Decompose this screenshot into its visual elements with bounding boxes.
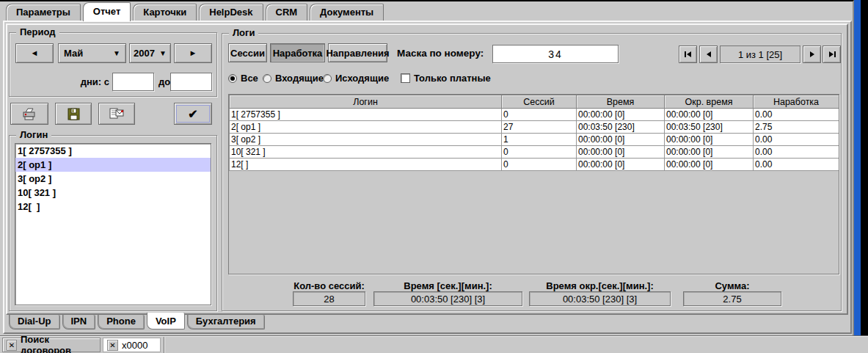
table-row[interactable]: 1[ 2757355 ]000:00:00 [0]00:00:00 [0]0.0… [230, 109, 839, 121]
table-cell: 0.00 [754, 159, 839, 171]
table-cell: 0 [502, 146, 577, 159]
taskbar-item-search-contracts[interactable]: ✕ Поиск договоров [2, 338, 101, 352]
sessions-count-value: 28 [293, 291, 365, 306]
year-select[interactable]: 2007 ▼ [129, 43, 171, 63]
radio-icon [228, 74, 237, 83]
table-row[interactable]: 10[ 321 ]000:00:00 [0]00:00:00 [0]0.00 [230, 146, 839, 159]
rounded-time-value: 00:03:50 [230] [3] [529, 291, 671, 306]
login-list-item[interactable]: 10[ 321 ] [15, 186, 211, 200]
table-header-row: ЛогинСессийВремяОкр. времяНаработка [230, 95, 839, 109]
table-row[interactable]: 2[ op1 ]2700:03:50 [230]00:03:50 [230]2.… [230, 121, 839, 134]
login-list-item[interactable]: 3[ op2 ] [15, 172, 211, 186]
page-indicator: 1 из 1 [25] [720, 46, 800, 63]
first-page-icon [684, 51, 693, 58]
column-header[interactable]: Сессий [502, 95, 577, 109]
table-cell: 00:00:00 [0] [577, 159, 665, 171]
close-icon[interactable]: ✕ [107, 340, 118, 351]
first-page-button[interactable] [679, 46, 697, 63]
month-select[interactable]: Май ▼ [58, 43, 126, 63]
earnings-view-button[interactable]: Наработка [270, 43, 325, 62]
top-tab-3[interactable]: HelpDesk [199, 4, 263, 21]
table-cell: 10[ 321 ] [230, 146, 502, 159]
apply-button[interactable]: ✔ [174, 103, 212, 125]
logs-table: ЛогинСессийВремяОкр. времяНаработка1[ 27… [229, 95, 839, 171]
next-page-button[interactable] [803, 46, 821, 63]
top-tab-0[interactable]: Параметры [6, 4, 81, 21]
mask-input[interactable] [492, 45, 619, 63]
days-to-label: до [158, 76, 170, 87]
table-cell: 00:03:50 [230] [665, 121, 754, 134]
checkbox-label: Только платные [414, 73, 491, 84]
prev-month-button[interactable]: ◄ [15, 43, 54, 63]
left-arrow-icon: ◄ [31, 49, 39, 57]
filter-incoming-radio[interactable]: Входящие [263, 73, 324, 84]
mask-label: Маска по номеру: [397, 48, 484, 59]
radio-label: Исходящие [335, 73, 389, 84]
table-cell: 2.75 [754, 121, 839, 134]
bottom-tab-0[interactable]: Dial-Up [9, 315, 60, 330]
taskbar: ✕ Поиск договоров ✕ x0000 [0, 335, 868, 353]
prev-page-button[interactable] [699, 46, 718, 63]
directions-view-button[interactable]: Направления [328, 43, 387, 62]
column-header[interactable]: Время [577, 95, 665, 109]
paid-only-checkbox[interactable]: Только платные [401, 73, 491, 84]
bottom-tab-2[interactable]: Phone [98, 315, 145, 330]
export-button[interactable] [98, 103, 135, 125]
table-cell: 00:00:00 [0] [577, 134, 665, 146]
floppy-disk-icon [68, 108, 80, 120]
chevron-down-icon: ▼ [113, 49, 120, 57]
table-row[interactable]: 3[ op2 ]100:00:00 [0]00:00:00 [0]0.00 [230, 134, 839, 146]
login-list-item[interactable]: 2[ op1 ] [15, 158, 211, 172]
taskbar-item-x0000[interactable]: ✕ x0000 [103, 338, 161, 352]
table-cell: 00:00:00 [0] [577, 146, 665, 159]
login-group: Логин 1[ 2757355 ]2[ op1 ]3[ op2 ]10[ 32… [9, 135, 217, 311]
prev-page-icon [704, 51, 713, 58]
table-cell: 1 [502, 134, 577, 146]
table-row[interactable]: 12[ ]000:00:00 [0]00:00:00 [0]0.00 [230, 159, 839, 171]
top-tab-bar: ПараметрыОтчетКарточкиHelpDeskCRMДокумен… [6, 4, 384, 21]
save-button[interactable] [55, 103, 92, 125]
table-cell: 0.00 [754, 146, 839, 159]
close-icon[interactable]: ✕ [7, 340, 17, 351]
check-icon: ✔ [188, 107, 197, 121]
last-page-button[interactable] [823, 46, 841, 63]
top-tab-2[interactable]: Карточки [133, 4, 197, 21]
table-cell: 00:00:00 [0] [665, 109, 754, 121]
table-cell: 00:00:00 [0] [665, 146, 754, 159]
table-cell: 12[ ] [230, 159, 502, 171]
button-label: Направления [326, 48, 389, 59]
sessions-view-button[interactable]: Сессии [228, 43, 267, 62]
login-list-item[interactable]: 12[ ] [15, 200, 211, 214]
right-arrow-icon: ► [189, 49, 197, 57]
filter-all-radio[interactable]: Все [228, 73, 258, 84]
top-tab-4[interactable]: CRM [266, 4, 308, 21]
login-list[interactable]: 1[ 2757355 ]2[ op1 ]3[ op2 ]10[ 321 ]12[… [15, 143, 211, 305]
top-tab-1[interactable]: Отчет [83, 2, 131, 21]
last-page-icon [828, 51, 836, 58]
table-cell: 0.00 [754, 109, 839, 121]
column-header[interactable]: Окр. время [665, 95, 754, 109]
radio-icon [263, 74, 271, 83]
bottom-tab-1[interactable]: IPN [62, 315, 96, 330]
radio-label: Входящие [275, 73, 324, 84]
table-cell: 27 [502, 121, 577, 134]
day-from-input[interactable] [112, 73, 154, 91]
logs-table-viewport: ЛогинСессийВремяОкр. времяНаработка1[ 27… [228, 94, 839, 274]
top-tab-5[interactable]: Документы [310, 4, 384, 21]
button-label: Сессии [230, 48, 265, 59]
column-header[interactable]: Логин [230, 95, 502, 109]
table-cell: 0.00 [754, 134, 839, 146]
table-cell: 1[ 2757355 ] [230, 109, 502, 121]
column-header[interactable]: Наработка [754, 95, 839, 109]
bottom-tab-3[interactable]: VoIP [147, 313, 185, 330]
taskbar-divider [164, 337, 164, 353]
bottom-tab-4[interactable]: Бухгалтерия [187, 315, 265, 330]
checkbox-icon [401, 73, 410, 83]
login-list-item[interactable]: 1[ 2757355 ] [15, 144, 211, 158]
period-group-title: Период [16, 26, 59, 38]
period-group: Период ◄ Май ▼ 2007 ▼ ► дни: с до [9, 32, 217, 97]
day-to-input[interactable] [170, 73, 212, 91]
filter-outgoing-radio[interactable]: Исходящие [323, 73, 389, 84]
print-button[interactable] [10, 103, 48, 125]
next-month-button[interactable]: ► [174, 43, 212, 63]
